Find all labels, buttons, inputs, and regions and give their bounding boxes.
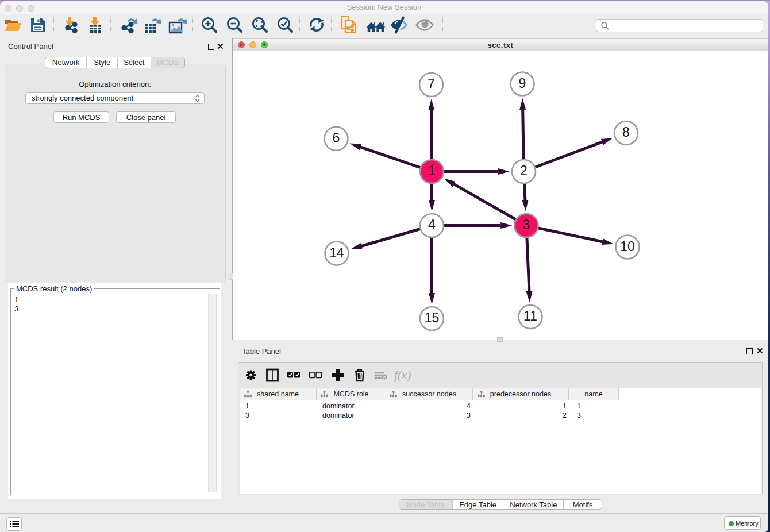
svg-text:11: 11 (523, 309, 537, 323)
svg-text:4: 4 (428, 217, 436, 232)
svg-text:8: 8 (622, 125, 630, 140)
svg-text:15: 15 (425, 310, 440, 325)
svg-text:1: 1 (428, 163, 436, 178)
svg-text:14: 14 (329, 245, 344, 260)
svg-text:f(x): f(x) (394, 368, 411, 382)
svg-text:6: 6 (333, 130, 340, 145)
svg-text:9: 9 (519, 76, 526, 91)
svg-text:7: 7 (428, 76, 435, 91)
svg-text:3: 3 (523, 217, 530, 232)
svg-text:2: 2 (520, 163, 528, 178)
svg-text:10: 10 (620, 239, 635, 254)
